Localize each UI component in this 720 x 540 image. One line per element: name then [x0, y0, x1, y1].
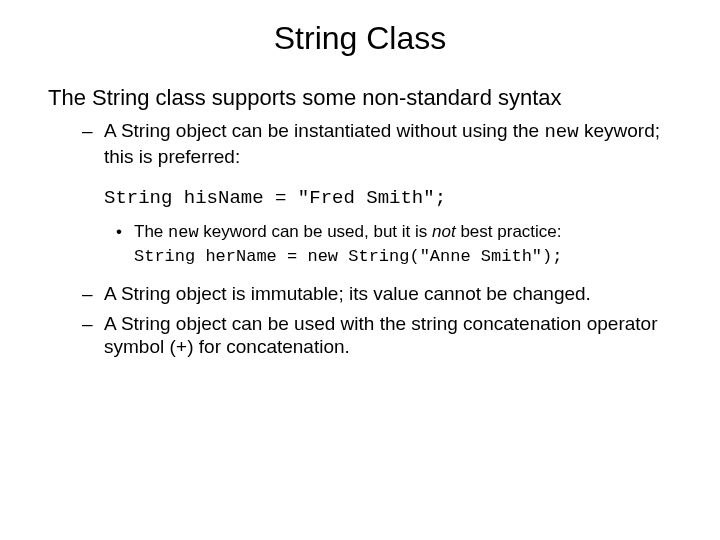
plus-operator: +	[176, 337, 187, 359]
list-item: A String object can be instantiated with…	[104, 119, 672, 267]
intro-text: The String class supports some non-stand…	[48, 85, 672, 111]
sub-list: The new keyword can be used, but it is n…	[104, 221, 672, 268]
text: The	[134, 222, 168, 241]
list-item: The new keyword can be used, but it is n…	[134, 221, 672, 268]
list-item: A String object is immutable; its value …	[104, 282, 672, 306]
bullet-list: A String object can be instantiated with…	[48, 119, 672, 361]
keyword-new: new	[168, 223, 199, 242]
text: keyword can be used, but it is	[199, 222, 432, 241]
intro-line: The String class supports some non-stand…	[48, 85, 562, 110]
slide-title: String Class	[48, 20, 672, 57]
keyword-new: new	[544, 121, 578, 143]
emphasis-not: not	[432, 222, 456, 241]
text: best practice:	[456, 222, 562, 241]
text: A String object is immutable; its value …	[104, 283, 591, 304]
text: A String object can be instantiated with…	[104, 120, 544, 141]
list-item: A String object can be used with the str…	[104, 312, 672, 362]
code-line: String hisName = "Fred Smith";	[104, 187, 672, 211]
code-line: String herName = new String("Anne Smith"…	[134, 246, 672, 268]
text: ) for concatenation.	[187, 336, 350, 357]
